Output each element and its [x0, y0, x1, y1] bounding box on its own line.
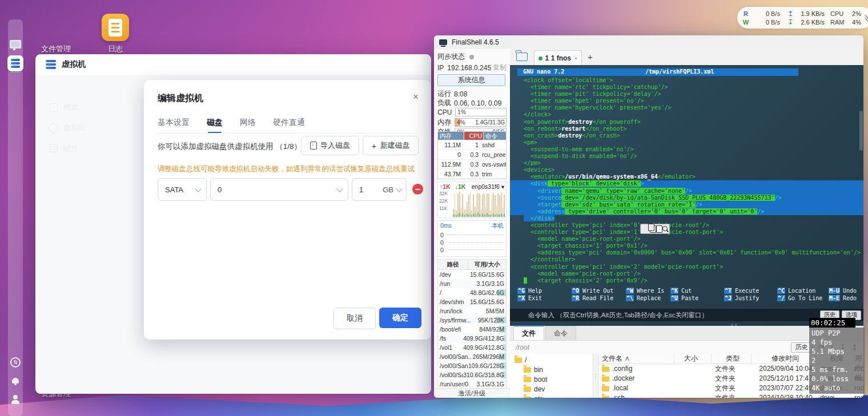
disk-row[interactable]: /run/user/03.1G/3.1G: [438, 379, 506, 389]
nano-shortcut[interactable]: ^TExecute: [724, 288, 759, 294]
nano-shortcut[interactable]: ^WWhere Is: [626, 288, 664, 294]
nano-shortcut[interactable]: ^JJustify: [724, 295, 759, 302]
session-tab-fnos[interactable]: 1 1 fnos ×: [534, 50, 582, 66]
disk-row[interactable]: /sys/firmw...95K/128K: [438, 316, 506, 325]
confirm-button[interactable]: 确定: [379, 308, 421, 328]
process-row[interactable]: 00.3rcu_preempt: [438, 150, 506, 159]
size-input[interactable]: 1 GB: [352, 178, 407, 201]
tree-splitter[interactable]: ⋮: [593, 354, 598, 398]
vm-window-titlebar[interactable]: 虚拟机: [35, 54, 431, 75]
terminal-line: <on_poweroff>destroy</on_poweroff>: [510, 119, 863, 126]
nano-shortcut[interactable]: ^XExit: [517, 295, 542, 302]
collapse-chevron-icon[interactable]: [866, 15, 868, 21]
disk-row[interactable]: /vol00/San...265M/296M: [438, 352, 506, 361]
nano-shortcut[interactable]: ^OWrite Out: [572, 288, 613, 294]
disk-row[interactable]: /boot/efi84M/92M: [438, 325, 506, 334]
nano-shortcut[interactable]: ^RRead File: [572, 295, 613, 302]
nano-shortcut[interactable]: ^UPaste: [670, 295, 698, 302]
disk-row[interactable]: /fs409.9G/412.8G: [438, 334, 506, 343]
process-row[interactable]: 43.7M0.3trim: [438, 169, 506, 179]
net-bar: [485, 207, 487, 217]
modal-tab-基本设置[interactable]: 基本设置: [158, 118, 190, 134]
paste-icon[interactable]: [656, 225, 662, 233]
process-row[interactable]: 112.9M0.3ovs-vswitc...: [438, 159, 506, 169]
nano-shortcut[interactable]: ^CLocation: [777, 288, 815, 294]
disk-row[interactable]: /dev15.6G/15.6G: [438, 270, 506, 279]
nano-shortcut[interactable]: ^KCut: [670, 288, 692, 294]
activate-upgrade-link[interactable]: 激活/升级: [434, 388, 510, 398]
terminal[interactable]: GNU nano 7.2 /tmp/virshFQPLI3.xml <clock…: [510, 65, 863, 326]
transfer-icon[interactable]: ⇅: [8, 357, 23, 367]
disk-row[interactable]: /run/lock5M/5M: [438, 306, 506, 316]
network-graph[interactable]: ↑1K ↓1K enp0s31f6 ▾ 32K 22K 11K: [437, 181, 507, 218]
import-disk-button[interactable]: 导入磁盘: [301, 136, 359, 155]
file-row[interactable]: .ssh文件夹2024/10/28 10:40drwx...root/ro...: [598, 393, 863, 398]
terminal-line: <on_crash>destroy</on_crash>: [510, 132, 863, 139]
new-disk-button[interactable]: + 新建磁盘: [363, 136, 419, 155]
user-account-icon[interactable]: [8, 395, 23, 399]
modal-tab-磁盘[interactable]: 磁盘: [207, 118, 223, 134]
file-column-header[interactable]: 文件名 ∧: [598, 354, 674, 364]
terminal-line: </pm>: [510, 160, 863, 167]
nano-shortcut[interactable]: ^/Go To Line: [777, 295, 822, 302]
tree-item-etc[interactable]: etc: [510, 394, 593, 398]
terminal-lines: <clock offset='localtime'> <timer name='…: [510, 77, 863, 284]
process-table[interactable]: 内存CPU命令11.1M1sshd00.3rcu_preempt112.9M0.…: [437, 131, 507, 179]
system-info-button[interactable]: 系统信息: [437, 74, 505, 86]
upload-arrow-icon: ↥: [786, 10, 795, 18]
terminal-line: <target chassis='2' port='0x9'/>: [510, 277, 863, 284]
system-stats-pill[interactable]: R 0 B/s ↥ 1.9 KB/s CPU 2% W 0 B/s ↧ 2.6 …: [737, 7, 868, 29]
copy-ip-link[interactable]: 复制: [493, 63, 507, 72]
disk-row[interactable]: /vol00/San...310.6G/318.8G: [438, 370, 506, 379]
memory-row: 内存 4% 1.4G/31.3G: [437, 118, 507, 127]
finalshell-app-icon: [439, 39, 447, 45]
open-connection-icon[interactable]: [516, 52, 528, 61]
ip-address: 192.168.0.245: [447, 64, 491, 72]
tab-close-icon[interactable]: ×: [574, 55, 577, 62]
disk-row[interactable]: /run3.1G/3.1G: [438, 279, 506, 288]
disk-row[interactable]: /vol1409.9G/412.8G: [438, 343, 506, 352]
file-panel-tab-命令[interactable]: 命令: [545, 326, 576, 340]
desktop-switch-icon[interactable]: [8, 40, 23, 49]
path-input[interactable]: /root: [516, 344, 529, 352]
modal-tab-网络[interactable]: 网络: [240, 118, 256, 134]
net-bar: [482, 194, 483, 217]
modal-tab-硬件直通[interactable]: 硬件直通: [273, 118, 305, 134]
nano-shortcut[interactable]: ^GHelp: [517, 288, 542, 294]
cancel-button[interactable]: 取消: [333, 308, 376, 329]
tree-item-root[interactable]: /: [510, 355, 593, 365]
disk-usage-table[interactable]: 路径 可用/大小 /dev15.6G/15.6G/run3.1G/3.1G/48…: [437, 259, 507, 389]
disk-select[interactable]: 0: [210, 178, 348, 201]
nano-shortcut[interactable]: M-ERedo: [829, 295, 857, 302]
disk-row[interactable]: /dev/shm15.6G/15.6G: [438, 297, 506, 306]
notification-bell-icon[interactable]: [8, 378, 23, 383]
finalshell-title: FinalShell 4.6.5: [452, 38, 499, 46]
taskbar-item-vm-active[interactable]: [7, 55, 23, 71]
file-column-header[interactable]: 大小: [674, 354, 711, 364]
search-icon[interactable]: [662, 226, 669, 232]
bus-select[interactable]: SATA: [158, 178, 207, 201]
directory-tree[interactable]: /binbootdevetc: [510, 354, 593, 398]
nano-shortcut[interactable]: ^\Replace: [626, 295, 661, 302]
tree-item-bin[interactable]: bin: [510, 365, 593, 374]
copy-icon[interactable]: [650, 225, 656, 233]
process-row[interactable]: 11.1M1sshd: [438, 140, 506, 150]
desktop-icon-file-manager[interactable]: 文件管理: [29, 14, 83, 54]
disk-row[interactable]: /48.8G/62.6G: [438, 288, 506, 297]
disk-row[interactable]: /vol00/San...109.6G/128G: [438, 361, 506, 370]
tree-item-dev[interactable]: dev: [510, 384, 593, 394]
finalshell-titlebar[interactable]: FinalShell 4.6.5: [434, 35, 863, 50]
ping-panel[interactable]: 0ms 本机 000: [437, 220, 507, 257]
tree-item-boot[interactable]: boot: [510, 374, 593, 384]
new-tab-button[interactable]: +: [588, 52, 593, 62]
modal-close-icon[interactable]: ×: [413, 91, 419, 103]
desktop-icon-logs[interactable]: 日志: [88, 14, 143, 54]
net-bar: [477, 193, 479, 217]
interface-select[interactable]: enp0s31f6 ▾: [472, 183, 504, 190]
file-panel-tab-文件[interactable]: 文件: [513, 325, 544, 340]
file-column-header[interactable]: 类型: [712, 354, 752, 364]
nano-shortcut[interactable]: M-UUndo: [829, 288, 857, 294]
remove-disk-button[interactable]: [412, 184, 423, 195]
terminal-scrollbar[interactable]: [859, 111, 863, 151]
terminal-line: <controller type='pci' index='1' model='…: [510, 229, 863, 236]
